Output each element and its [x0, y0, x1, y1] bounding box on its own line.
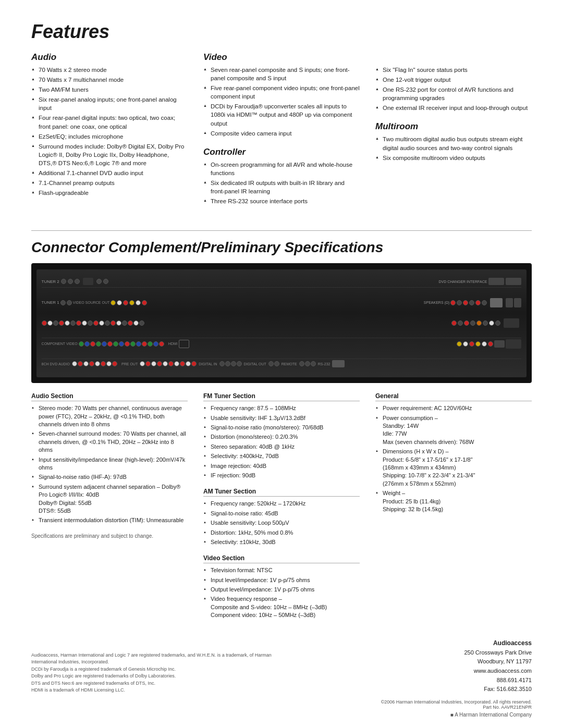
company-name: Audioaccess — [464, 638, 532, 648]
multiroom-list: Two multiroom digital audio bus outputs … — [375, 135, 532, 162]
connector-image: TUNER 2 DVD CHANGER INTERFACE TUNER 1 VI… — [31, 263, 532, 383]
list-item: Six rear-panel analog inputs; one front-… — [31, 95, 188, 112]
trademark-1: Audioaccess, Harman International and Lo… — [31, 652, 292, 666]
list-item: Dimensions (H x W x D) –Product: 6-5/8" … — [375, 448, 532, 488]
list-item: Input level/impedance: 1V p-p/75 ohms — [203, 576, 360, 584]
address-2: Woodbury, NY 11797 — [464, 657, 532, 667]
general-specs-list: Power requirement: AC 120V/60Hz Power co… — [375, 404, 532, 513]
list-item: One RS-232 port for control of AVR funct… — [375, 85, 532, 102]
trademarks-section: Audioaccess, Harman International and Lo… — [31, 652, 292, 694]
list-item: Weight –Product: 25 lb (11.4kg)Shipping:… — [375, 489, 532, 513]
address-1: 250 Crossways Park Drive — [464, 648, 532, 658]
list-item: Surround system adjacent channel separat… — [31, 483, 188, 515]
features-col-2: Video Seven rear-panel composite and S i… — [203, 52, 360, 215]
specs-grid: Audio Section Stereo mode: 70 Watts per … — [31, 392, 532, 627]
audio-specs-section: Audio Section Stereo mode: 70 Watts per … — [31, 392, 188, 524]
trademark-4: DTS and DTS Neo:6 are registered tradema… — [31, 680, 292, 687]
list-item: Three RS-232 source interface ports — [203, 197, 360, 205]
connector-panel: TUNER 2 DVD CHANGER INTERFACE TUNER 1 VI… — [36, 269, 527, 377]
list-item: Six dedicated IR outputs with built-in I… — [203, 179, 360, 195]
footer: Audioaccess, Harman International and Lo… — [31, 638, 532, 694]
specs-col-3: General Power requirement: AC 120V/60Hz … — [375, 392, 532, 627]
list-item: Five rear-panel component video inputs; … — [203, 84, 360, 101]
copyright: ©2006 Harman International Industries, I… — [31, 699, 532, 705]
video-section: Video Seven rear-panel composite and S i… — [203, 52, 360, 138]
list-item: Flash-upgradeable — [31, 189, 188, 197]
audio-heading: Audio — [31, 52, 188, 63]
contact-section: Audioaccess 250 Crossways Park Drive Woo… — [464, 638, 532, 694]
list-item: Usable sensitivity: IHF 1.3µV/13.2dBf — [203, 414, 360, 422]
list-item: Signal-to-noise ratio (mono/stereo): 70/… — [203, 424, 360, 431]
list-item: Composite video camera input — [203, 129, 360, 138]
general-specs-section: General Power requirement: AC 120V/60Hz … — [375, 392, 532, 513]
page-title: Features — [31, 21, 532, 43]
am-specs-section: AM Tuner Section Frequency range: 520kHz… — [203, 488, 360, 546]
extra-ports-section: Six "Flag In" source status ports One 12… — [375, 52, 532, 112]
list-item: Four rear-panel digital inputs: two opti… — [31, 114, 188, 130]
list-item: EzSet/EQ; includes microphone — [31, 132, 188, 141]
multiroom-heading: Multiroom — [375, 121, 532, 132]
list-item: Surround modes include: Dolby® Digital E… — [31, 142, 188, 167]
harman-logo: ■ A Harman International Company — [31, 712, 532, 718]
list-item: Signal-to-noise ratio: 45dB — [203, 510, 360, 517]
features-grid: Audio 70 Watts x 2 stereo mode 70 Watts … — [31, 52, 532, 215]
specs-title: Connector Complement/Preliminary Specifi… — [31, 239, 532, 256]
list-item: Input sensitivity/impedance linear (high… — [31, 456, 188, 472]
list-item: Distortion (mono/stereo): 0.2/0.3% — [203, 433, 360, 441]
list-item: On-screen programming for all AVR and wh… — [203, 161, 360, 177]
list-item: Transient intermodulation distortion (TI… — [31, 516, 188, 524]
list-item: DCDi by Faroudja® upconverter scales all… — [203, 102, 360, 127]
controller-heading: Controller — [203, 147, 360, 157]
list-item: Seven-channel surround modes: 70 Watts p… — [31, 430, 188, 454]
part-number: Part No. AAVR21ENPR — [31, 705, 532, 710]
am-specs-list: Frequency range: 520kHz – 1720kHz Signal… — [203, 500, 360, 546]
controller-list: On-screen programming for all AVR and wh… — [203, 161, 360, 205]
list-item: Frequency range: 520kHz – 1720kHz — [203, 500, 360, 508]
multiroom-section: Multiroom Two multiroom digital audio bu… — [375, 121, 532, 162]
phone: 888.691.4171 — [464, 676, 532, 685]
trademark-3: Dolby and Pro Logic are registered trade… — [31, 673, 292, 680]
list-item: One external IR receiver input and loop-… — [375, 104, 532, 112]
list-item: Power requirement: AC 120V/60Hz — [375, 404, 532, 412]
audio-specs-heading: Audio Section — [31, 392, 188, 401]
list-item: 7.1-Channel preamp outputs — [31, 179, 188, 187]
video-list: Seven rear-panel composite and S inputs;… — [203, 66, 360, 138]
list-item: Frequency range: 87.5 – 108MHz — [203, 404, 360, 412]
specs-col-2: FM Tuner Section Frequency range: 87.5 –… — [203, 392, 360, 627]
list-item: Image rejection: 40dB — [203, 462, 360, 470]
trademark-2: DCDi by Faroudja is a registered tradema… — [31, 666, 292, 673]
video-specs-list: Television format: NTSC Input level/impe… — [203, 566, 360, 619]
features-col-1: Audio 70 Watts x 2 stereo mode 70 Watts … — [31, 52, 188, 215]
list-item: Two AM/FM tuners — [31, 85, 188, 94]
fm-specs-heading: FM Tuner Section — [203, 392, 360, 401]
list-item: Power consumption –Standby: 14WIdle: 77W… — [375, 414, 532, 447]
features-col-3: Six "Flag In" source status ports One 12… — [375, 52, 532, 215]
fm-specs-list: Frequency range: 87.5 – 108MHz Usable se… — [203, 404, 360, 479]
list-item: IF rejection: 90dB — [203, 472, 360, 479]
list-item: Output level/impedance: 1V p-p/75 ohms — [203, 586, 360, 594]
audio-specs-list: Stereo mode: 70 Watts per channel, conti… — [31, 404, 188, 524]
extra-list: Six "Flag In" source status ports One 12… — [375, 66, 532, 112]
list-item: 70 Watts x 7 multichannel mode — [31, 76, 188, 84]
list-item: Selectivity: ±10kHz, 30dB — [203, 538, 360, 546]
list-item: Television format: NTSC — [203, 566, 360, 574]
controller-section: Controller On-screen programming for all… — [203, 147, 360, 205]
list-item: Stereo mode: 70 Watts per channel, conti… — [31, 404, 188, 428]
list-item: Six "Flag In" source status ports — [375, 66, 532, 74]
website: www.audioaccess.com — [464, 667, 532, 676]
am-specs-heading: AM Tuner Section — [203, 488, 360, 497]
video-heading: Video — [203, 52, 360, 63]
footer-bottom: ©2006 Harman International Industries, I… — [31, 699, 532, 718]
fax: Fax: 516.682.3510 — [464, 685, 532, 694]
fm-specs-section: FM Tuner Section Frequency range: 87.5 –… — [203, 392, 360, 479]
list-item: Signal-to-noise ratio (IHF-A): 97dB — [31, 473, 188, 481]
extra-heading — [375, 52, 532, 63]
list-item: Video frequency response –Composite and … — [203, 595, 360, 619]
list-item: Stereo separation: 40dB @ 1kHz — [203, 443, 360, 451]
list-item: Distortion: 1kHz, 50% mod 0.8% — [203, 529, 360, 537]
trademark-5: HDMI is a trademark of HDMI Licensing LL… — [31, 687, 292, 694]
list-item: Two multiroom digital audio bus outputs … — [375, 135, 532, 152]
audio-section: Audio 70 Watts x 2 stereo mode 70 Watts … — [31, 52, 188, 197]
list-item: One 12-volt trigger output — [375, 76, 532, 84]
list-item: Six composite multiroom video outputs — [375, 154, 532, 162]
